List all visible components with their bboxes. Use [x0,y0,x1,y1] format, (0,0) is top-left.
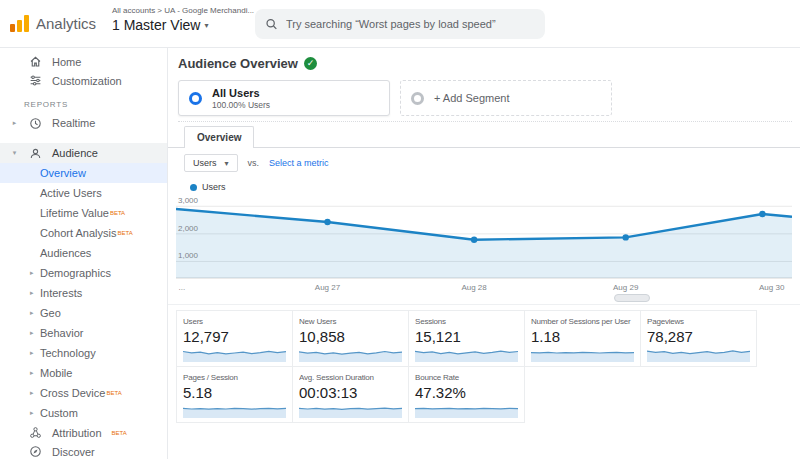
segment-all-users[interactable]: All Users 100.00% Users [178,80,390,116]
sidebar-item-attribution[interactable]: AttributionBETA [0,423,167,442]
metric-label: Sessions [415,317,518,326]
metric-value: 15,121 [415,328,518,345]
search-bar[interactable] [255,9,545,39]
sidebar-item-discover[interactable]: Discover [0,442,167,459]
users-line-chart[interactable]: 3,0002,0001,000...Aug 27Aug 28Aug 29Aug … [176,192,792,296]
segment-text: All Users 100.00% Users [212,87,270,110]
metric-card-row: Pages / Session5.18Avg. Session Duration… [176,366,756,423]
svg-text:Aug 29: Aug 29 [613,283,639,292]
metric-value: 47.32% [415,384,518,401]
add-segment-ring-icon [411,92,424,105]
analytics-logo-icon [10,14,29,32]
metric-card-row: Users12,797New Users10,858Sessions15,121… [176,310,756,367]
sidebar-item-geo[interactable]: ▸Geo [0,303,167,323]
sidebar: HomeCustomizationREPORTS▸Realtime▾Audien… [0,48,168,459]
sidebar-item-label: Audience [52,147,98,159]
tab-overview[interactable]: Overview [184,126,254,148]
add-segment-label: + Add Segment [434,92,510,104]
sidebar-item-label: Discover [52,446,95,458]
sidebar-item-label: Active Users [40,187,102,199]
sidebar-item-label: Technology [40,347,96,359]
metric-card-avg-session-duration[interactable]: Avg. Session Duration00:03:13 [292,366,409,423]
metric-value: 10,858 [299,328,402,345]
sidebar-item-demographics[interactable]: ▸Demographics [0,263,167,283]
sidebar-item-audiences[interactable]: Audiences [0,243,167,263]
metric-dropdown[interactable]: Users ▾ [184,154,238,172]
sidebar-item-cross-device[interactable]: ▸Cross DeviceBETA [0,383,167,403]
svg-text:Aug 27: Aug 27 [315,283,341,292]
metric-value: 00:03:13 [299,384,402,401]
sparkline-chart [415,403,518,418]
account-selector[interactable]: All accounts > UA - Google Merchandi... … [112,6,254,33]
sidebar-item-custom[interactable]: ▸Custom [0,403,167,423]
vs-label: vs. [248,158,260,168]
metric-value: 78,287 [647,328,750,345]
sidebar-item-label: Realtime [52,117,95,129]
legend-label: Users [202,182,226,192]
sidebar-item-mobile[interactable]: ▸Mobile [0,363,167,383]
metric-card-pages-session[interactable]: Pages / Session5.18 [176,366,293,423]
analytics-logo[interactable]: Analytics [10,14,96,32]
sidebar-item-label: Audiences [40,247,91,259]
chevron-right-icon[interactable]: ▸ [30,329,40,337]
beta-badge: BETA [110,210,125,216]
sidebar-item-realtime[interactable]: ▸Realtime [0,113,167,133]
search-input[interactable] [286,18,535,30]
metric-label: New Users [299,317,402,326]
chevron-right-icon[interactable]: ▸ [30,289,40,297]
chevron-right-icon[interactable]: ▸ [30,269,40,277]
chevron-right-icon[interactable]: ▸ [30,369,40,377]
chevron-right-icon[interactable]: ▸ [10,119,19,127]
add-segment-button[interactable]: + Add Segment [400,80,612,116]
sidebar-item-label: Lifetime Value [40,207,109,219]
metric-card-sessions[interactable]: Sessions15,121 [408,310,525,367]
sparkline-chart [299,403,402,418]
sidebar-item-overview[interactable]: Overview [0,163,167,183]
app-name: Analytics [36,15,96,32]
sidebar-item-interests[interactable]: ▸Interests [0,283,167,303]
sidebar-item-label: Customization [52,75,122,87]
chevron-right-icon[interactable]: ▸ [30,409,40,417]
metric-label: Bounce Rate [415,373,518,382]
metric-card-number-of-sessions-per-user[interactable]: Number of Sessions per User1.18 [524,310,641,367]
discover-icon [28,445,43,458]
sidebar-item-label: Custom [40,407,78,419]
metric-card-users[interactable]: Users12,797 [176,310,293,367]
timeline-scrub-handle[interactable] [614,294,650,302]
sidebar-item-audience[interactable]: ▾Audience [0,143,167,163]
sidebar-item-technology[interactable]: ▸Technology [0,343,167,363]
sparkline-chart [183,347,286,362]
sidebar-item-label: Geo [40,307,61,319]
metric-card-new-users[interactable]: New Users10,858 [292,310,409,367]
select-metric-link[interactable]: Select a metric [269,158,329,168]
view-name: 1 Master View [112,17,200,33]
sidebar-item-home[interactable]: Home [0,52,167,71]
sidebar-item-label: Cross Device [40,387,105,399]
metric-card-pageviews[interactable]: Pageviews78,287 [640,310,757,367]
realtime-icon [28,117,43,130]
chevron-right-icon[interactable]: ▸ [30,349,40,357]
sidebar-item-active-users[interactable]: Active Users [0,183,167,203]
svg-text:1,000: 1,000 [178,251,199,260]
chevron-down-icon[interactable]: ▾ [10,149,19,157]
main-content: Audience Overview ✓ All Users 100.00% Us… [168,48,800,459]
sidebar-items: HomeCustomizationREPORTS▸Realtime▾Audien… [0,52,167,459]
metric-value: 12,797 [183,328,286,345]
sidebar-item-behavior[interactable]: ▸Behavior [0,323,167,343]
beta-badge: BETA [117,230,132,236]
sparkline-chart [647,347,750,362]
chevron-right-icon[interactable]: ▸ [30,389,40,397]
chevron-right-icon[interactable]: ▸ [30,309,40,317]
metric-label: Users [183,317,286,326]
sidebar-item-lifetime-value[interactable]: Lifetime ValueBETA [0,203,167,223]
metric-card-bounce-rate[interactable]: Bounce Rate47.32% [408,366,525,423]
sidebar-item-cohort-analysis[interactable]: Cohort AnalysisBETA [0,223,167,243]
metric-value: 1.18 [531,328,634,345]
customization-icon [28,74,43,87]
metric-label: Pages / Session [183,373,286,382]
legend-dot-icon [190,184,197,191]
sidebar-item-customization[interactable]: Customization [0,71,167,90]
sidebar-item-label: Behavior [40,327,83,339]
sparkline-chart [299,347,402,362]
chevron-down-icon: ▾ [225,159,229,168]
